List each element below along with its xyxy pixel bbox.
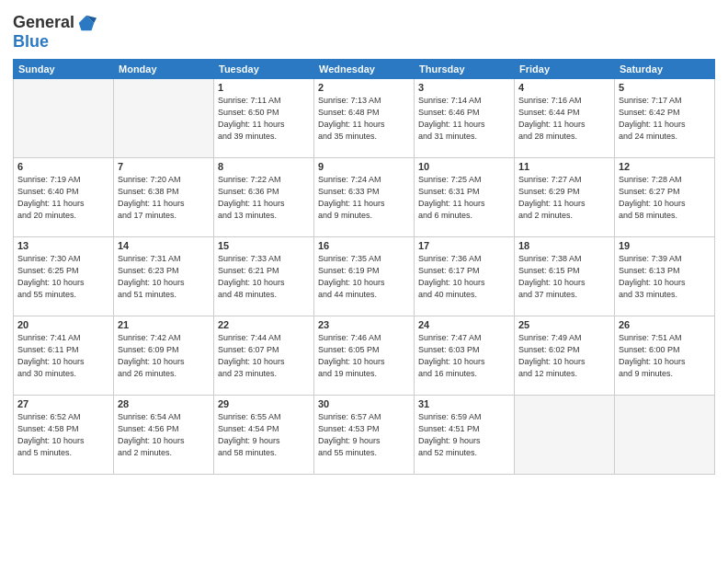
cell-content: Sunrise: 7:25 AM Sunset: 6:31 PM Dayligh…: [418, 174, 510, 222]
cell-content: Sunrise: 7:19 AM Sunset: 6:40 PM Dayligh…: [17, 174, 109, 222]
calendar-cell: 26Sunrise: 7:51 AM Sunset: 6:00 PM Dayli…: [615, 316, 715, 395]
cell-content: Sunrise: 7:39 AM Sunset: 6:13 PM Dayligh…: [619, 253, 711, 301]
calendar-cell: 28Sunrise: 6:54 AM Sunset: 4:56 PM Dayli…: [114, 395, 214, 474]
cell-content: Sunrise: 6:59 AM Sunset: 4:51 PM Dayligh…: [418, 411, 510, 459]
calendar-cell: 4Sunrise: 7:16 AM Sunset: 6:44 PM Daylig…: [515, 78, 615, 157]
cell-content: Sunrise: 7:47 AM Sunset: 6:03 PM Dayligh…: [418, 332, 510, 380]
day-number: 27: [17, 398, 109, 409]
cell-content: Sunrise: 7:30 AM Sunset: 6:25 PM Dayligh…: [17, 253, 109, 301]
calendar-cell: 22Sunrise: 7:44 AM Sunset: 6:07 PM Dayli…: [214, 316, 314, 395]
calendar-body: 1Sunrise: 7:11 AM Sunset: 6:50 PM Daylig…: [14, 78, 715, 474]
calendar-cell: 9Sunrise: 7:24 AM Sunset: 6:33 PM Daylig…: [314, 157, 415, 236]
weekday-header: Thursday: [415, 59, 515, 78]
day-number: 20: [17, 319, 109, 330]
cell-content: Sunrise: 7:38 AM Sunset: 6:15 PM Dayligh…: [518, 253, 610, 301]
weekday-header: Saturday: [615, 59, 715, 78]
cell-content: Sunrise: 7:51 AM Sunset: 6:00 PM Dayligh…: [619, 332, 711, 380]
day-number: 6: [17, 161, 109, 172]
day-number: 2: [318, 82, 410, 93]
calendar-cell: 31Sunrise: 6:59 AM Sunset: 4:51 PM Dayli…: [415, 395, 515, 474]
cell-content: Sunrise: 7:22 AM Sunset: 6:36 PM Dayligh…: [218, 174, 310, 222]
day-number: 29: [218, 398, 310, 409]
day-number: 8: [218, 161, 310, 172]
calendar-cell: 29Sunrise: 6:55 AM Sunset: 4:54 PM Dayli…: [214, 395, 314, 474]
weekday-header: Sunday: [14, 59, 114, 78]
cell-content: Sunrise: 7:44 AM Sunset: 6:07 PM Dayligh…: [218, 332, 310, 380]
calendar-cell: 7Sunrise: 7:20 AM Sunset: 6:38 PM Daylig…: [114, 157, 214, 236]
calendar-cell: 11Sunrise: 7:27 AM Sunset: 6:29 PM Dayli…: [515, 157, 615, 236]
calendar-row: 6Sunrise: 7:19 AM Sunset: 6:40 PM Daylig…: [14, 157, 715, 236]
calendar-cell: 13Sunrise: 7:30 AM Sunset: 6:25 PM Dayli…: [14, 236, 114, 316]
calendar-row: 13Sunrise: 7:30 AM Sunset: 6:25 PM Dayli…: [14, 236, 715, 316]
calendar-cell: 2Sunrise: 7:13 AM Sunset: 6:48 PM Daylig…: [314, 78, 415, 157]
cell-content: Sunrise: 7:36 AM Sunset: 6:17 PM Dayligh…: [418, 253, 510, 301]
calendar-cell: 6Sunrise: 7:19 AM Sunset: 6:40 PM Daylig…: [14, 157, 114, 236]
calendar-header-row: SundayMondayTuesdayWednesdayThursdayFrid…: [14, 59, 715, 78]
day-number: 12: [619, 161, 711, 172]
calendar-cell: [114, 78, 214, 157]
day-number: 16: [318, 240, 410, 251]
weekday-header: Wednesday: [314, 59, 415, 78]
calendar-container: General Blue SundayMondayTuesdayWednesda…: [0, 0, 728, 563]
calendar-cell: 5Sunrise: 7:17 AM Sunset: 6:42 PM Daylig…: [615, 78, 715, 157]
cell-content: Sunrise: 7:33 AM Sunset: 6:21 PM Dayligh…: [218, 253, 310, 301]
calendar-cell: 25Sunrise: 7:49 AM Sunset: 6:02 PM Dayli…: [515, 316, 615, 395]
logo-text: General: [13, 13, 97, 33]
weekday-header: Tuesday: [214, 59, 314, 78]
cell-content: Sunrise: 7:20 AM Sunset: 6:38 PM Dayligh…: [118, 174, 210, 222]
day-number: 9: [318, 161, 410, 172]
cell-content: Sunrise: 7:13 AM Sunset: 6:48 PM Dayligh…: [318, 95, 410, 143]
calendar-cell: 10Sunrise: 7:25 AM Sunset: 6:31 PM Dayli…: [415, 157, 515, 236]
calendar-cell: 19Sunrise: 7:39 AM Sunset: 6:13 PM Dayli…: [615, 236, 715, 316]
cell-content: Sunrise: 7:11 AM Sunset: 6:50 PM Dayligh…: [218, 95, 310, 143]
day-number: 7: [118, 161, 210, 172]
day-number: 30: [318, 398, 410, 409]
cell-content: Sunrise: 7:31 AM Sunset: 6:23 PM Dayligh…: [118, 253, 210, 301]
cell-content: Sunrise: 6:55 AM Sunset: 4:54 PM Dayligh…: [218, 411, 310, 459]
day-number: 25: [518, 319, 610, 330]
calendar-cell: 20Sunrise: 7:41 AM Sunset: 6:11 PM Dayli…: [14, 316, 114, 395]
header: General Blue: [13, 9, 715, 52]
day-number: 19: [619, 240, 711, 251]
calendar-cell: [615, 395, 715, 474]
cell-content: Sunrise: 7:49 AM Sunset: 6:02 PM Dayligh…: [518, 332, 610, 380]
day-number: 31: [418, 398, 510, 409]
day-number: 13: [17, 240, 109, 251]
calendar-row: 27Sunrise: 6:52 AM Sunset: 4:58 PM Dayli…: [14, 395, 715, 474]
day-number: 18: [518, 240, 610, 251]
calendar-cell: 8Sunrise: 7:22 AM Sunset: 6:36 PM Daylig…: [214, 157, 314, 236]
day-number: 22: [218, 319, 310, 330]
calendar-row: 20Sunrise: 7:41 AM Sunset: 6:11 PM Dayli…: [14, 316, 715, 395]
calendar-cell: 23Sunrise: 7:46 AM Sunset: 6:05 PM Dayli…: [314, 316, 415, 395]
cell-content: Sunrise: 7:17 AM Sunset: 6:42 PM Dayligh…: [619, 95, 711, 143]
calendar-cell: 3Sunrise: 7:14 AM Sunset: 6:46 PM Daylig…: [415, 78, 515, 157]
calendar-cell: 30Sunrise: 6:57 AM Sunset: 4:53 PM Dayli…: [314, 395, 415, 474]
day-number: 23: [318, 319, 410, 330]
cell-content: Sunrise: 7:27 AM Sunset: 6:29 PM Dayligh…: [518, 174, 610, 222]
calendar-cell: 16Sunrise: 7:35 AM Sunset: 6:19 PM Dayli…: [314, 236, 415, 316]
logo-icon: [76, 13, 97, 33]
calendar-cell: 27Sunrise: 6:52 AM Sunset: 4:58 PM Dayli…: [14, 395, 114, 474]
logo: General Blue: [13, 13, 97, 52]
calendar-row: 1Sunrise: 7:11 AM Sunset: 6:50 PM Daylig…: [14, 78, 715, 157]
day-number: 3: [418, 82, 510, 93]
day-number: 5: [619, 82, 711, 93]
calendar-table: SundayMondayTuesdayWednesdayThursdayFrid…: [13, 59, 715, 475]
calendar-cell: 15Sunrise: 7:33 AM Sunset: 6:21 PM Dayli…: [214, 236, 314, 316]
day-number: 26: [619, 319, 711, 330]
cell-content: Sunrise: 6:54 AM Sunset: 4:56 PM Dayligh…: [118, 411, 210, 459]
cell-content: Sunrise: 7:16 AM Sunset: 6:44 PM Dayligh…: [518, 95, 610, 143]
cell-content: Sunrise: 7:41 AM Sunset: 6:11 PM Dayligh…: [17, 332, 109, 380]
cell-content: Sunrise: 7:24 AM Sunset: 6:33 PM Dayligh…: [318, 174, 410, 222]
calendar-cell: [515, 395, 615, 474]
cell-content: Sunrise: 7:42 AM Sunset: 6:09 PM Dayligh…: [118, 332, 210, 380]
day-number: 21: [118, 319, 210, 330]
cell-content: Sunrise: 7:35 AM Sunset: 6:19 PM Dayligh…: [318, 253, 410, 301]
logo-blue: Blue: [13, 33, 97, 52]
cell-content: Sunrise: 7:14 AM Sunset: 6:46 PM Dayligh…: [418, 95, 510, 143]
calendar-cell: 12Sunrise: 7:28 AM Sunset: 6:27 PM Dayli…: [615, 157, 715, 236]
day-number: 15: [218, 240, 310, 251]
day-number: 24: [418, 319, 510, 330]
calendar-cell: 14Sunrise: 7:31 AM Sunset: 6:23 PM Dayli…: [114, 236, 214, 316]
cell-content: Sunrise: 6:52 AM Sunset: 4:58 PM Dayligh…: [17, 411, 109, 459]
